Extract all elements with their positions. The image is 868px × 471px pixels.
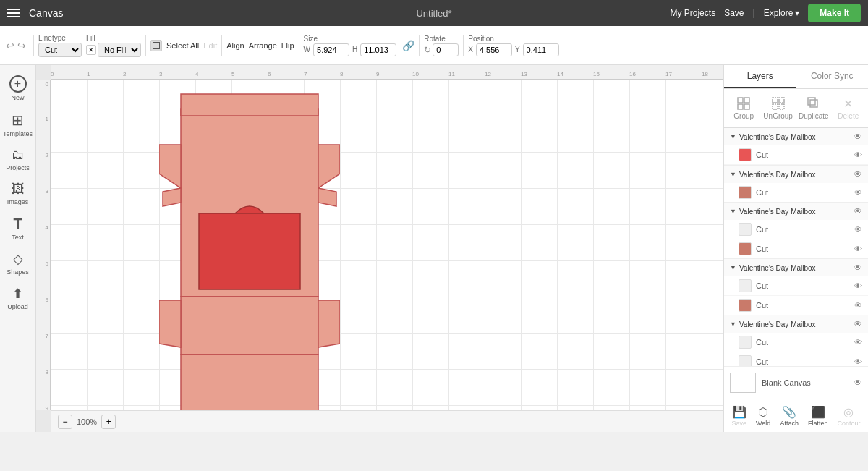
layer-group-4-header[interactable]: ▼ Valentine's Day Mailbox 👁	[724, 259, 868, 276]
svg-rect-18	[773, 98, 778, 103]
weld-bottom-action[interactable]: ⬡ Weld	[756, 405, 770, 427]
zoom-in-button[interactable]: +	[101, 415, 116, 429]
attach-bottom-action[interactable]: 📎 Attach	[780, 405, 799, 427]
position-y-input[interactable]	[523, 43, 559, 56]
position-x-input[interactable]	[476, 43, 512, 56]
layer-group-2: ▼ Valentine's Day Mailbox 👁 Cut 👁	[724, 166, 868, 203]
arrange-button[interactable]: Arrange	[249, 41, 277, 50]
save-button[interactable]: Save	[724, 8, 744, 18]
new-label: New	[11, 94, 24, 101]
canvas-content[interactable]	[51, 80, 723, 410]
eye-icon[interactable]: 👁	[854, 281, 862, 290]
save-bottom-action[interactable]: 💾 Save	[732, 405, 747, 427]
eye-icon[interactable]: 👁	[854, 206, 862, 216]
eye-icon[interactable]: 👁	[854, 357, 862, 366]
redo-button[interactable]: ↪	[17, 40, 26, 51]
fill-label: Fill	[86, 34, 141, 42]
fill-select[interactable]: No Fill	[98, 43, 141, 57]
zoom-out-button[interactable]: −	[58, 415, 72, 429]
eye-icon[interactable]: 👁	[854, 263, 862, 273]
flatten-bottom-action[interactable]: ⬛ Flatten	[808, 405, 828, 427]
ungroup-action[interactable]: UnGroup	[762, 93, 794, 123]
layer-group-4: ▼ Valentine's Day Mailbox 👁 Cut 👁 Cut 👁	[724, 259, 868, 315]
blank-canvas-thumbnail	[730, 373, 756, 393]
design-canvas[interactable]	[159, 87, 340, 410]
my-projects-button[interactable]: My Projects	[670, 8, 715, 18]
upload-label: Upload	[7, 303, 28, 310]
layer-item-5a[interactable]: Cut 👁	[724, 333, 868, 352]
eye-icon[interactable]: 👁	[854, 169, 862, 179]
make-it-button[interactable]: Make It	[808, 4, 861, 22]
sidebar-item-upload[interactable]: ⬆ Upload	[2, 281, 34, 315]
layer-item-1a[interactable]: Cut 👁	[724, 145, 868, 165]
separator: |	[753, 8, 755, 18]
document-title: Untitled*	[416, 8, 451, 19]
contour-bottom-action[interactable]: ◎ Contour	[837, 405, 860, 427]
main-area: + New ⊞ Templates 🗂 Projects 🖼 Images T …	[0, 65, 868, 432]
layer-item-2a[interactable]: Cut 👁	[724, 183, 868, 202]
group-2-name: Valentine's Day Mailbox	[739, 171, 854, 179]
fill-group: Fill ✕ No Fill	[86, 34, 141, 57]
projects-label: Projects	[6, 164, 30, 171]
duplicate-action[interactable]: Duplicate	[797, 93, 830, 123]
blank-canvas-section: Blank Canvas 👁	[724, 366, 868, 399]
linetype-select[interactable]: Cut	[38, 43, 82, 57]
flip-button[interactable]: Flip	[281, 41, 294, 50]
rotate-icon: ↻	[424, 45, 431, 55]
layer-group-3-header[interactable]: ▼ Valentine's Day Mailbox 👁	[724, 203, 868, 220]
size-h-input[interactable]	[360, 43, 396, 56]
canvas-area[interactable]: 0 1 2 3 4 5 6 7 8 9 10 11 12 13 14 15 16…	[36, 65, 723, 432]
edit-button[interactable]: Edit	[203, 41, 217, 50]
lock-aspect-icon[interactable]: 🔗	[402, 40, 414, 51]
svg-rect-20	[773, 104, 778, 109]
chevron-icon: ▼	[730, 133, 736, 140]
sidebar-item-new[interactable]: + New	[2, 71, 34, 106]
layer-4b-name: Cut	[756, 301, 854, 310]
layer-item-4b[interactable]: Cut 👁	[724, 296, 868, 315]
svg-rect-4	[181, 297, 318, 355]
position-group: Position X Y	[468, 35, 558, 56]
rotate-input[interactable]	[433, 43, 459, 56]
menu-button[interactable]	[7, 9, 20, 17]
eye-icon[interactable]: 👁	[854, 188, 862, 197]
group-5-name: Valentine's Day Mailbox	[739, 321, 854, 328]
layer-3a-name: Cut	[756, 225, 854, 234]
layer-item-3a[interactable]: Cut 👁	[724, 220, 868, 239]
layer-group-1-header[interactable]: ▼ Valentine's Day Mailbox 👁	[724, 128, 868, 145]
eye-icon[interactable]: 👁	[854, 245, 862, 253]
sidebar-item-templates[interactable]: ⊞ Templates	[2, 107, 34, 142]
sidebar-item-shapes[interactable]: ◇ Shapes	[2, 247, 34, 280]
select-all-button[interactable]: Select All	[166, 41, 199, 50]
eye-icon[interactable]: 👁	[854, 225, 862, 234]
delete-action[interactable]: ✕ Delete	[833, 93, 864, 123]
group-1-name: Valentine's Day Mailbox	[739, 133, 854, 141]
group-action[interactable]: Group	[728, 93, 759, 123]
layer-item-3b[interactable]: Cut 👁	[724, 239, 868, 258]
layer-item-4a[interactable]: Cut 👁	[724, 276, 868, 296]
undo-button[interactable]: ↩	[6, 40, 14, 51]
blank-canvas-eye-icon[interactable]: 👁	[854, 378, 862, 388]
eye-icon[interactable]: 👁	[854, 338, 862, 347]
layer-1a-name: Cut	[756, 150, 854, 159]
explore-button[interactable]: Explore ▾	[764, 8, 800, 18]
layer-4a-name: Cut	[756, 281, 854, 290]
undo-redo-group: ↩ ↪	[6, 40, 26, 51]
linetype-group: Linetype Cut	[38, 34, 82, 57]
sidebar-item-projects[interactable]: 🗂 Projects	[2, 143, 34, 176]
eye-icon[interactable]: 👁	[854, 301, 862, 310]
layer-item-5b[interactable]: Cut 👁	[724, 352, 868, 366]
tab-layers[interactable]: Layers	[724, 65, 796, 88]
align-button[interactable]: Align	[226, 41, 244, 50]
svg-marker-5	[159, 300, 181, 347]
sidebar-item-text[interactable]: T Text	[2, 211, 34, 245]
eye-icon[interactable]: 👁	[854, 319, 862, 329]
text-label: Text	[12, 234, 24, 241]
layer-group-2-header[interactable]: ▼ Valentine's Day Mailbox 👁	[724, 166, 868, 183]
size-w-input[interactable]	[313, 43, 349, 56]
tab-color-sync[interactable]: Color Sync	[796, 65, 869, 88]
eye-icon[interactable]: 👁	[854, 132, 862, 142]
panel-tabs: Layers Color Sync	[724, 65, 868, 89]
layer-group-5-header[interactable]: ▼ Valentine's Day Mailbox 👁	[724, 315, 868, 333]
eye-icon[interactable]: 👁	[854, 150, 862, 159]
sidebar-item-images[interactable]: 🖼 Images	[2, 177, 34, 210]
